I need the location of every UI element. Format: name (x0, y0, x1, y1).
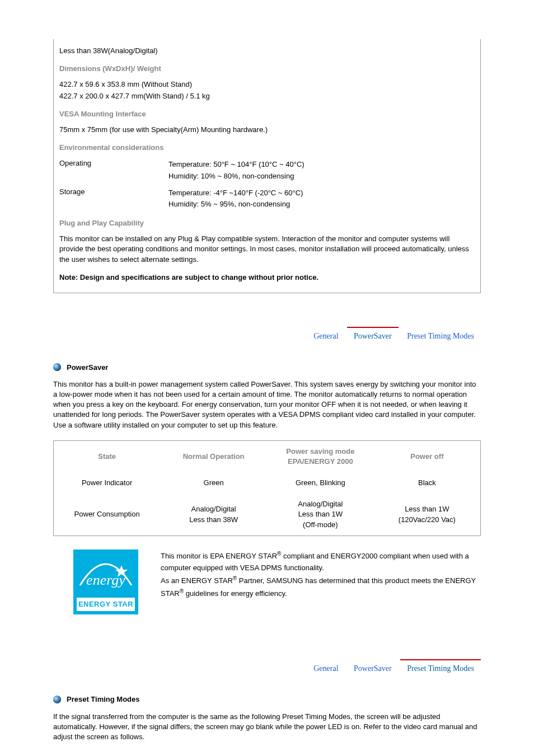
powersaver-description: This monitor has a built-in power manage… (53, 379, 481, 430)
ps-r1c4: Black (374, 472, 481, 494)
es-text-2a: As an ENERGY STAR (161, 576, 233, 585)
tab-preset-timing[interactable]: Preset Timing Modes (400, 327, 481, 345)
dimensions-heading: Dimensions (WxDxH)/ Weight (59, 64, 475, 74)
env-operating-row: Operating Temperature: 50°F ~ 104°F (10°… (59, 158, 475, 182)
ps-r2c3-l2: Less than 1W (270, 509, 371, 519)
ps-th-saving-l1: Power saving mode (270, 447, 371, 457)
dimensions-line-1: 422.7 x 59.6 x 353.8 mm (Without Stand) (59, 79, 475, 90)
env-storage-row: Storage Temperature: -4°F ~140°F (-20°C … (59, 187, 475, 210)
ps-r2c3-l3: (Off-mode) (270, 520, 371, 530)
tab-powersaver[interactable]: PowerSaver (347, 327, 399, 345)
section-tabs-1: General PowerSaver Preset Timing Modes (53, 327, 481, 345)
env-operating-temp: Temperature: 50°F ~ 104°F (10°C ~ 40°C) (168, 159, 475, 170)
section-tabs-2: General PowerSaver Preset Timing Modes (53, 659, 481, 677)
env-operating-humidity: Humidity: 10% ~ 80%, non-condensing (168, 171, 475, 181)
table-row: Power Indicator Green Green, Blinking Bl… (54, 472, 481, 494)
power-consumption-value: Less than 38W(Analog/Digital) (59, 46, 475, 56)
pnp-value: This monitor can be installed on any Plu… (59, 234, 475, 265)
bullet-icon (53, 363, 61, 371)
ps-th-off: Power off (374, 440, 481, 472)
preset-title: Preset Timing Modes (67, 693, 140, 705)
energy-star-logo: energy ENERGY STAR (73, 550, 138, 614)
dimensions-line-2: 422.7 x 200.0 x 427.7 mm(With Stand) / 5… (59, 91, 475, 101)
ps-r2c2: Analog/Digital Less than 38W (160, 494, 267, 536)
ps-r2c4-l2: (120Vac/220 Vac) (377, 515, 477, 525)
env-operating-label: Operating (59, 158, 168, 182)
vesa-heading: VESA Mounting Interface (59, 109, 475, 119)
ps-th-saving: Power saving mode EPA/ENERGY 2000 (267, 440, 374, 472)
spec-note: Note: Design and specifications are subj… (59, 273, 475, 283)
ps-r1c1: Power Indicator (54, 472, 161, 494)
tab-general[interactable]: General (307, 659, 345, 677)
tab-general[interactable]: General (307, 327, 345, 345)
ps-r2c3: Analog/Digital Less than 1W (Off-mode) (267, 494, 374, 536)
ps-r2c4: Less than 1W (120Vac/220 Vac) (374, 494, 481, 536)
ps-r2c2-l2: Less than 38W (163, 515, 264, 525)
ps-r1c3: Green, Blinking (267, 472, 374, 494)
energy-star-text: This monitor is EPA ENERGY STAR® complia… (161, 550, 481, 600)
env-storage-label: Storage (59, 187, 168, 210)
energy-star-script: energy (73, 573, 138, 588)
ps-r2c2-l1: Analog/Digital (163, 504, 264, 514)
vesa-value: 75mm x 75mm (for use with Specialty(Arm)… (59, 125, 475, 135)
reg-mark: ® (180, 588, 184, 594)
es-text-1a: This monitor is EPA ENERGY STAR (161, 552, 277, 560)
energy-star-band: ENERGY STAR (77, 598, 135, 611)
spec-box: Less than 38W(Analog/Digital) Dimensions… (53, 39, 481, 293)
ps-r2c1: Power Consumption (54, 494, 161, 536)
pnp-heading: Plug and Play Capability (59, 218, 475, 228)
ps-th-state: State (54, 440, 161, 472)
ps-r1c2: Green (160, 472, 267, 494)
bullet-icon (53, 696, 61, 703)
powersaver-table: State Normal Operation Power saving mode… (53, 440, 481, 536)
powersaver-title: PowerSaver (67, 361, 108, 373)
env-storage-temp: Temperature: -4°F ~140°F (-20°C ~ 60°C) (168, 188, 475, 198)
environmental-heading: Environmental considerations (59, 143, 475, 153)
tab-powersaver[interactable]: PowerSaver (347, 659, 399, 677)
ps-r2c4-l1: Less than 1W (377, 504, 477, 514)
preset-description: If the signal transferred from the compu… (53, 712, 481, 743)
ps-r2c3-l1: Analog/Digital (270, 499, 371, 509)
tab-preset-timing[interactable]: Preset Timing Modes (400, 659, 481, 677)
es-text-2c: guidelines for energy efficiency. (184, 589, 287, 598)
ps-th-normal: Normal Operation (160, 440, 267, 472)
env-storage-humidity: Humidity: 5% ~ 95%, non-condensing (168, 199, 475, 209)
ps-th-saving-l2: EPA/ENERGY 2000 (270, 457, 371, 467)
table-row: Power Consumption Analog/Digital Less th… (54, 494, 481, 536)
